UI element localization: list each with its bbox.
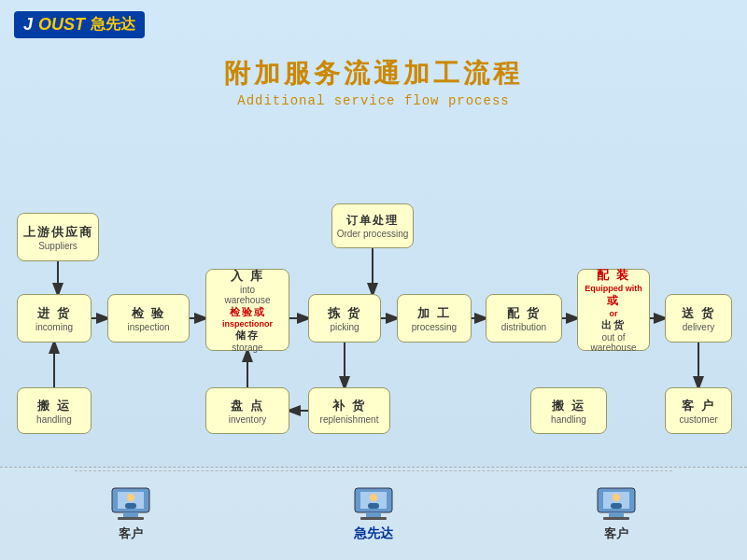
order-cn: 订单处理 [346, 213, 399, 229]
warehouse-cn: 入 库 [231, 268, 264, 285]
order-en: Order processing [337, 229, 409, 239]
bottom-left-label: 客户 [119, 525, 143, 542]
logo-area: JOUST 急先达 [14, 11, 145, 38]
warehouse-en3: inspectionor [222, 319, 273, 329]
svg-rect-29 [603, 517, 629, 520]
delivery-cn: 送 货 [682, 305, 715, 322]
equipped-en4: warehouse [591, 343, 637, 353]
equipped-cn2: 或 [607, 293, 620, 309]
inventory-cn: 盘 点 [231, 398, 264, 414]
handling2-cn: 搬 运 [552, 398, 585, 414]
svg-point-18 [127, 494, 134, 501]
box-handling2: 搬 运 handling [530, 387, 607, 434]
picking-en: picking [330, 322, 359, 332]
handling-en: handling [36, 414, 72, 425]
svg-rect-17 [118, 517, 144, 520]
distribution-cn: 配 货 [507, 305, 541, 322]
box-supplier: 上游供应商 Suppliers [17, 213, 99, 261]
box-distribution: 配 货 distribution [486, 294, 562, 343]
computer-icon-left [108, 486, 153, 522]
box-handling: 搬 运 handling [17, 387, 92, 434]
equipped-en1: Equipped with [585, 284, 642, 293]
box-inventory: 盘 点 inventory [205, 387, 289, 434]
svg-rect-31 [611, 503, 622, 509]
bottom-left: 客户 [108, 486, 153, 542]
handling-cn: 搬 运 [37, 398, 71, 414]
inspection-en: inspection [127, 322, 169, 332]
svg-rect-19 [125, 503, 136, 509]
warehouse-en1: into [240, 285, 255, 295]
warehouse-cn3: 储存 [235, 329, 260, 343]
warehouse-en2: warehouse [225, 295, 271, 305]
distribution-en: distribution [501, 322, 546, 332]
bottom-center-label: 急先达 [354, 525, 393, 542]
box-replenishment: 补 货 replenishment [308, 387, 390, 434]
box-delivery: 送 货 delivery [665, 294, 732, 343]
handling2-en: handling [551, 414, 586, 425]
warehouse-cn2: 检验或 [230, 305, 266, 319]
box-equipped: 配 装 Equipped with 或 or 出货 out of warehou… [577, 269, 650, 351]
inventory-en: inventory [229, 414, 267, 425]
computer-icon-center [351, 486, 396, 522]
box-incoming: 进 货 incoming [17, 294, 92, 343]
logo-chinese: 急先达 [91, 15, 135, 35]
box-picking: 拣 货 picking [308, 294, 381, 343]
svg-rect-23 [360, 517, 387, 520]
replenishment-en: replenishment [320, 414, 379, 425]
svg-rect-25 [368, 503, 379, 509]
box-processing: 加 工 processing [397, 294, 472, 343]
delivery-en: delivery [683, 322, 714, 332]
inspection-cn: 检 验 [132, 305, 165, 322]
page-container: JOUST 急先达 附加服务流通加工流程 Additional service … [0, 0, 747, 560]
box-order: 订单处理 Order processing [331, 203, 414, 248]
bottom-right-label: 客户 [604, 525, 628, 542]
box-inspection: 检 验 inspection [107, 294, 190, 343]
replenishment-cn: 补 货 [332, 398, 366, 414]
customer-en: customer [679, 414, 717, 425]
picking-cn: 拣 货 [328, 305, 361, 322]
svg-rect-22 [366, 512, 381, 517]
supplier-cn: 上游供应商 [23, 224, 93, 241]
main-title: 附加服务流通加工流程 [0, 56, 747, 91]
svg-rect-28 [609, 512, 624, 517]
warehouse-en4: storage [232, 343, 262, 353]
bottom-center: 急先达 [351, 486, 396, 542]
box-warehouse: 入 库 into warehouse 检验或 inspectionor 储存 s… [205, 269, 289, 351]
processing-cn: 加 工 [417, 305, 451, 322]
logo-j: J [23, 15, 33, 35]
equipped-en3: out of [601, 332, 625, 343]
svg-rect-16 [123, 512, 138, 517]
customer-cn: 客 户 [682, 398, 715, 414]
incoming-en: incoming [35, 322, 73, 332]
equipped-cn3: 出货 [601, 318, 626, 332]
incoming-cn: 进 货 [37, 305, 71, 322]
bottom-right: 客户 [594, 486, 639, 542]
processing-en: processing [412, 322, 457, 332]
box-customer: 客 户 customer [665, 387, 732, 434]
computer-icon-right [594, 486, 639, 522]
sub-title: Additional service flow process [0, 93, 747, 108]
svg-point-24 [370, 494, 377, 501]
bottom-section: 客户 急先达 客户 [0, 467, 747, 560]
supplier-en: Suppliers [38, 241, 78, 251]
equipped-en2: or [610, 309, 618, 318]
logo-oust: OUST [38, 15, 85, 35]
equipped-cn: 配 装 [597, 267, 630, 284]
svg-point-30 [613, 494, 620, 501]
